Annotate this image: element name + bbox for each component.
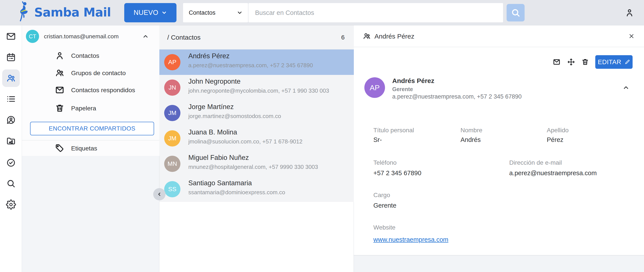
avatar: AP (364, 77, 385, 98)
rail-mail-icon[interactable] (6, 31, 16, 41)
contact-row[interactable]: JM Juana B. Molina jmolina@susolucion.co… (159, 126, 354, 151)
detail-header: Andrés Pérez (354, 25, 644, 47)
sidebar-item-label: Etiquetas (71, 143, 97, 153)
detail-contact-role: Gerente (392, 86, 413, 92)
rail-settings-icon[interactable] (6, 200, 16, 210)
find-shared-button[interactable]: ENCONTRAR COMPARTIDOS (30, 122, 154, 135)
chevron-down-icon (236, 10, 243, 16)
people-icon (362, 32, 371, 40)
detail-contact-name: Andrés Pérez (392, 77, 434, 85)
contact-detail: mnunez@hospitalgeneral.com, +57 9990 330… (188, 163, 318, 170)
chevron-left-icon (156, 191, 162, 197)
sidebar-item-label: Contactos respondidos (71, 85, 135, 95)
rail-shared-folder-icon[interactable] (6, 136, 16, 146)
field-label-telefono: Teléfono (373, 159, 397, 166)
send-mail-icon[interactable] (553, 58, 562, 66)
field-label-cargo: Cargo (373, 191, 390, 199)
module-rail (0, 25, 22, 272)
search-icon (510, 8, 521, 18)
trash-icon (55, 103, 64, 113)
new-button-label: NUEVO (134, 9, 158, 17)
folders-card: CT cristian.tomas@unemail.com Contactos … (22, 25, 159, 156)
rail-chat-icon[interactable] (6, 115, 16, 125)
delete-contact-icon[interactable] (581, 58, 590, 66)
website-link[interactable]: www.nuestraempresa.com (373, 236, 448, 244)
avatar: JM (164, 130, 180, 146)
rail-tasks-icon[interactable] (6, 158, 16, 168)
field-label-titulo: Título personal (373, 127, 414, 134)
contact-row[interactable]: JN John Negroponte john.negroponte@mycol… (159, 75, 354, 100)
rail-lists-icon[interactable] (6, 94, 16, 104)
edit-button-label: EDITAR (598, 58, 621, 66)
sidebar-item-contactos[interactable]: Contactos (22, 51, 159, 60)
close-icon[interactable] (628, 32, 636, 40)
field-value-nombre: Andrés (460, 136, 481, 144)
field-label-apellido: Apellido (547, 127, 569, 134)
detail-contact-summary: a.perez@nuestraempresa.com, +57 2 345 67… (392, 93, 522, 100)
breadcrumb: / Contactos (167, 25, 200, 49)
user-account-icon[interactable] (625, 8, 634, 17)
contact-detail: john.negroponte@mycolombia.com, +57 1 99… (188, 87, 329, 94)
collapse-sidebar-button[interactable] (153, 188, 166, 200)
folders-sidebar: CT cristian.tomas@unemail.com Contactos … (22, 25, 159, 272)
edit-button[interactable]: EDITAR (595, 55, 632, 69)
contact-list-panel: / Contactos 6 AP Andrés Pérez a.perez@nu… (159, 25, 354, 272)
contact-detail: jorge.martinez@somostodos.com.co (188, 113, 281, 120)
rail-calendar-icon[interactable] (6, 52, 16, 62)
rail-contacts-icon[interactable] (6, 73, 16, 83)
contact-name: Andrés Pérez (188, 52, 230, 60)
new-button[interactable]: NUEVO (124, 3, 176, 22)
samba-mail-app: Samba Mail NUEVO Contactos (0, 0, 644, 272)
field-label-website: Website (373, 224, 396, 231)
field-value-titulo: Sr- (373, 136, 382, 144)
people-icon (55, 68, 64, 78)
sidebar-item-grupos[interactable]: Grupos de contacto (22, 68, 159, 78)
contact-row[interactable]: AP Andrés Pérez a.perez@nuestraempresa.c… (159, 49, 354, 75)
search-input[interactable] (248, 3, 503, 22)
sidebar-item-label: Grupos de contacto (71, 68, 126, 78)
contact-detail: a.perez@nuestraempresa.com, +57 2 345 67… (188, 62, 313, 69)
rail-search-icon[interactable] (6, 178, 16, 189)
pencil-icon (624, 59, 630, 65)
contact-name: Jorge Martínez (188, 103, 234, 111)
account-row[interactable]: CT cristian.tomas@unemail.com (22, 29, 159, 44)
chevron-up-icon[interactable] (142, 33, 149, 40)
contact-name: Juana B. Molina (188, 128, 237, 136)
chevron-up-icon[interactable] (622, 84, 630, 91)
sidebar-item-papelera[interactable]: Papelera (22, 103, 159, 113)
search-scope-value: Contactos (183, 9, 236, 16)
sidebar-divider (22, 140, 159, 140)
contact-list-header: / Contactos 6 (159, 25, 354, 49)
contact-row[interactable]: MN Miguel Fabio Nuñez mnunez@hospitalgen… (159, 151, 354, 176)
top-bar: Samba Mail NUEVO Contactos (0, 0, 644, 25)
app-title: Samba Mail (34, 0, 111, 25)
contact-detail-card: Andrés Pérez EDITAR AP Andrés (354, 25, 644, 255)
move-contact-icon[interactable] (567, 58, 576, 66)
account-email: cristian.tomas@unemail.com (44, 29, 119, 44)
search-button[interactable] (506, 4, 524, 21)
sidebar-item-respondidos[interactable]: Contactos respondidos (22, 85, 159, 95)
contact-detail: jmolina@susolucion.com.co, +57 1 678-901… (188, 138, 302, 145)
contact-detail-panel: Andrés Pérez EDITAR AP Andrés (354, 25, 644, 272)
contact-name: Santiago Santamaria (188, 179, 252, 187)
sidebar-item-etiquetas[interactable]: Etiquetas (22, 143, 159, 153)
contact-count: 6 (341, 25, 344, 49)
detail-title: Andrés Pérez (374, 25, 414, 47)
avatar: AP (164, 54, 180, 70)
contact-name: John Negroponte (188, 78, 240, 85)
avatar: MN (164, 156, 180, 172)
search-scope-select[interactable]: Contactos (183, 3, 248, 22)
sidebar-item-label: Papelera (71, 103, 96, 113)
field-label-nombre: Nombre (460, 127, 482, 134)
contact-row[interactable]: SS Santiago Santamaria ssantamaria@domin… (159, 176, 354, 202)
contact-detail: ssantamaria@dominioexpress.com.co (188, 189, 285, 196)
person-icon (55, 51, 64, 60)
envelope-icon (55, 85, 64, 95)
field-value-cargo: Gerente (373, 201, 396, 209)
account-avatar: CT (26, 30, 39, 43)
chevron-down-icon (161, 10, 167, 15)
avatar: JM (164, 105, 180, 121)
contact-name: Miguel Fabio Nuñez (188, 154, 249, 162)
contact-row[interactable]: JM Jorge Martínez jorge.martinez@somosto… (159, 100, 354, 126)
field-value-telefono: +57 2 345 67890 (373, 169, 422, 177)
